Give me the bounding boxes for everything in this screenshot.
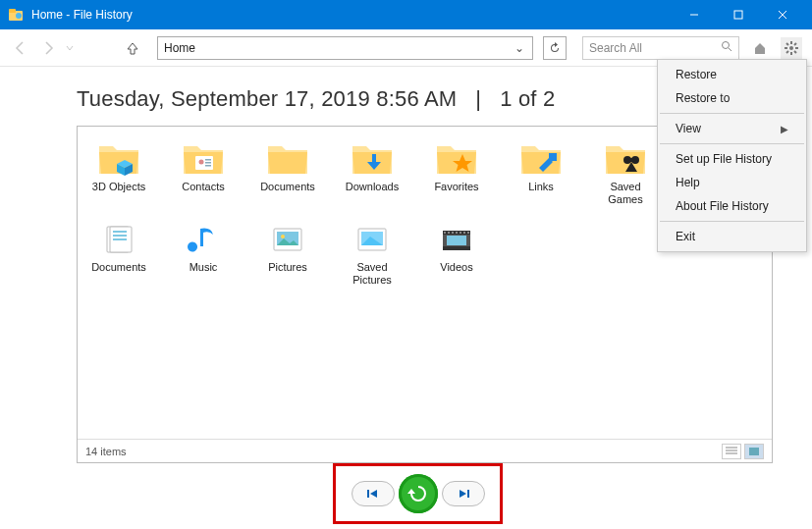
details-view-button[interactable] (722, 444, 741, 459)
search-placeholder: Search All (589, 41, 721, 55)
version-controls-highlight (333, 463, 503, 524)
version-controls (352, 478, 485, 509)
svg-rect-1 (9, 9, 16, 13)
svg-rect-56 (749, 448, 759, 455)
svg-rect-4 (734, 11, 742, 19)
address-bar[interactable]: Home ⌄ (157, 36, 533, 60)
menu-help[interactable]: Help (658, 171, 806, 194)
menu-separator (660, 113, 804, 114)
status-bar: 14 items (78, 439, 772, 462)
svg-point-2 (16, 13, 22, 19)
svg-line-17 (786, 51, 788, 53)
svg-line-14 (786, 43, 788, 45)
menu-about[interactable]: About File History (658, 194, 806, 218)
menu-exit[interactable]: Exit (658, 225, 806, 248)
item-count: 14 items (85, 446, 127, 457)
svg-point-7 (723, 42, 730, 49)
svg-rect-45 (447, 236, 466, 245)
folder-3d-objects[interactable]: 3D Objects (85, 138, 152, 205)
svg-point-39 (281, 235, 285, 238)
home-icon[interactable] (749, 37, 771, 59)
svg-rect-51 (463, 232, 465, 234)
folder-downloads[interactable]: Downloads (339, 138, 406, 205)
search-icon (721, 40, 732, 55)
previous-version-button[interactable] (352, 481, 395, 506)
gear-icon[interactable] (781, 37, 802, 59)
restore-button[interactable] (399, 474, 438, 513)
library-videos[interactable]: Videos (423, 219, 490, 286)
svg-rect-46 (444, 232, 446, 234)
svg-rect-50 (460, 232, 461, 234)
chevron-down-icon[interactable]: ⌄ (513, 41, 526, 55)
folder-favorites[interactable]: Favorites (423, 138, 490, 205)
svg-point-22 (199, 160, 204, 165)
library-documents[interactable]: Documents (85, 219, 152, 286)
svg-rect-28 (629, 158, 633, 162)
svg-rect-57 (367, 490, 369, 498)
options-menu: Restore Restore to View▶ Set up File His… (657, 59, 807, 252)
svg-rect-33 (113, 231, 127, 233)
svg-line-8 (729, 48, 731, 51)
svg-line-16 (794, 43, 796, 45)
folder-saved-games[interactable]: Saved Games (592, 138, 659, 205)
svg-rect-48 (452, 232, 454, 234)
search-input[interactable]: Search All (582, 36, 739, 60)
library-music[interactable]: Music (170, 219, 237, 286)
minimize-button[interactable] (672, 0, 716, 29)
svg-rect-35 (113, 238, 127, 240)
menu-separator (660, 221, 804, 222)
svg-line-15 (794, 51, 796, 53)
submenu-arrow-icon: ▶ (781, 124, 788, 134)
next-version-button[interactable] (442, 481, 485, 506)
library-pictures[interactable]: Pictures (254, 219, 321, 286)
maximize-button[interactable] (716, 0, 760, 29)
close-button[interactable] (760, 0, 804, 29)
app-icon (8, 7, 24, 23)
menu-setup-file-history[interactable]: Set up File History (658, 147, 806, 171)
up-button[interactable] (122, 37, 143, 59)
svg-rect-47 (448, 232, 450, 234)
svg-rect-24 (205, 162, 211, 164)
menu-restore[interactable]: Restore (658, 63, 806, 86)
window-controls (672, 0, 804, 29)
svg-rect-58 (467, 490, 469, 498)
svg-rect-44 (443, 246, 470, 250)
title-bar: Home - File History (0, 0, 812, 29)
recent-dropdown-icon[interactable] (65, 37, 75, 59)
folder-contacts[interactable]: Contacts (170, 138, 237, 205)
svg-rect-52 (467, 232, 469, 234)
folder-links[interactable]: Links (508, 138, 574, 205)
svg-rect-34 (113, 235, 127, 237)
library-saved-pictures[interactable]: Saved Pictures (339, 219, 406, 286)
back-button[interactable] (10, 37, 31, 59)
svg-rect-25 (205, 165, 211, 167)
svg-rect-23 (205, 159, 211, 161)
menu-restore-to[interactable]: Restore to (658, 86, 806, 110)
folder-documents[interactable]: Documents (254, 138, 321, 205)
window-title: Home - File History (31, 8, 672, 22)
refresh-button[interactable] (543, 36, 567, 60)
svg-point-9 (789, 46, 793, 50)
address-value: Home (164, 41, 195, 55)
svg-rect-49 (456, 232, 458, 234)
menu-view[interactable]: View▶ (658, 117, 806, 140)
forward-button[interactable] (37, 37, 59, 59)
large-icons-view-button[interactable] (744, 444, 764, 459)
menu-separator (660, 143, 804, 144)
